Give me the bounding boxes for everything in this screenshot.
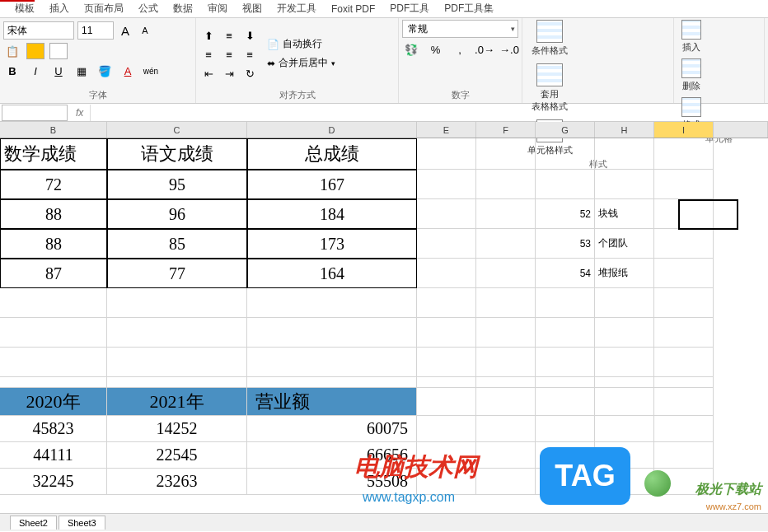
font-name-combo[interactable]: 宋体: [3, 21, 74, 40]
cell[interactable]: 66656: [247, 442, 417, 469]
name-box[interactable]: [2, 105, 68, 121]
number-format-combo[interactable]: 常规: [402, 20, 518, 38]
cell[interactable]: [247, 377, 417, 388]
cell[interactable]: 77: [107, 259, 247, 288]
cell[interactable]: 95: [107, 170, 247, 199]
italic-button[interactable]: I: [26, 63, 44, 79]
cell[interactable]: [247, 318, 417, 348]
col-header[interactable]: C: [107, 122, 247, 138]
cell[interactable]: [476, 199, 536, 229]
cell[interactable]: [536, 348, 595, 377]
cell[interactable]: 数学成绩: [0, 138, 107, 170]
cell[interactable]: 堆报纸: [595, 259, 654, 288]
align-center-icon[interactable]: ≡: [220, 46, 238, 63]
menu-pdf-toolkit[interactable]: PDF工具集: [444, 2, 494, 16]
cell[interactable]: [595, 388, 654, 416]
cell[interactable]: [417, 469, 476, 495]
cell[interactable]: 45823: [0, 416, 107, 442]
cell[interactable]: [417, 416, 476, 442]
cell[interactable]: [476, 469, 536, 495]
currency-icon[interactable]: 💱: [402, 41, 420, 58]
cell[interactable]: 23263: [107, 469, 247, 495]
cell[interactable]: 96: [107, 199, 247, 229]
align-right-icon[interactable]: ≡: [241, 46, 259, 63]
sheet-tab[interactable]: Sheet3: [59, 516, 105, 530]
cell[interactable]: 88: [0, 199, 107, 229]
orientation-icon[interactable]: ↻: [241, 65, 259, 82]
paste-icon[interactable]: 📋: [3, 43, 21, 59]
cell[interactable]: [654, 377, 714, 388]
menu-developer[interactable]: 开发工具: [277, 2, 316, 16]
cell[interactable]: [654, 259, 714, 288]
cell[interactable]: [417, 388, 476, 416]
cell[interactable]: 块钱: [595, 199, 654, 229]
align-middle-icon[interactable]: ≡: [220, 27, 238, 44]
cell[interactable]: [417, 229, 476, 259]
cell[interactable]: 164: [247, 259, 417, 288]
fx-icon[interactable]: fx: [69, 107, 90, 119]
cell[interactable]: [595, 318, 654, 348]
cell[interactable]: [107, 348, 247, 377]
percent-icon[interactable]: %: [427, 41, 445, 58]
cell[interactable]: [417, 377, 476, 388]
cell[interactable]: 60075: [247, 416, 417, 442]
phonetic-icon[interactable]: wén: [142, 63, 160, 79]
bold-button[interactable]: B: [3, 63, 21, 79]
cell[interactable]: [417, 138, 476, 170]
cell[interactable]: [476, 416, 536, 442]
cell[interactable]: [536, 288, 595, 318]
sheet-tab[interactable]: Sheet2: [10, 516, 57, 530]
cell[interactable]: [417, 288, 476, 318]
align-top-icon[interactable]: ⬆: [199, 27, 218, 44]
menu-foxit-pdf[interactable]: Foxit PDF: [331, 3, 375, 15]
fill-color-preview-icon[interactable]: [26, 43, 44, 59]
merge-center-button[interactable]: ⬌ 合并后居中 ▾: [267, 56, 335, 70]
cell[interactable]: 167: [247, 170, 417, 199]
underline-button[interactable]: U: [49, 63, 68, 79]
cell[interactable]: [654, 199, 714, 229]
cell[interactable]: [476, 348, 536, 377]
cell[interactable]: [536, 377, 595, 388]
menu-formulas[interactable]: 公式: [138, 2, 158, 16]
cell[interactable]: [536, 318, 595, 348]
cell[interactable]: [476, 442, 536, 469]
delete-cells-button[interactable]: 删除: [677, 58, 705, 92]
comma-icon[interactable]: ,: [451, 41, 469, 58]
cell[interactable]: [654, 348, 714, 377]
cell[interactable]: 44111: [0, 442, 107, 469]
cell[interactable]: [595, 469, 654, 495]
col-header[interactable]: F: [476, 122, 536, 138]
cell[interactable]: 173: [247, 229, 417, 259]
font-size-combo[interactable]: 11: [77, 21, 114, 40]
cell[interactable]: [654, 388, 714, 416]
fill-color-icon[interactable]: 🪣: [96, 63, 114, 79]
cell[interactable]: [476, 170, 536, 199]
menu-insert[interactable]: 插入: [49, 2, 69, 16]
decrease-indent-icon[interactable]: ⇤: [199, 65, 218, 82]
cell[interactable]: [417, 442, 476, 469]
cell[interactable]: [654, 469, 714, 495]
formula-input[interactable]: [90, 105, 768, 121]
cell[interactable]: [654, 318, 714, 348]
cell[interactable]: 54: [536, 259, 595, 288]
conditional-formatting-button[interactable]: 条件格式: [526, 20, 574, 57]
cell[interactable]: 2021年: [107, 388, 247, 416]
cell[interactable]: [417, 348, 476, 377]
cell[interactable]: 72: [0, 170, 107, 199]
cell[interactable]: [536, 469, 595, 495]
menu-pdf-tools[interactable]: PDF工具: [390, 2, 429, 16]
cell[interactable]: [247, 288, 417, 318]
col-header[interactable]: B: [0, 122, 107, 138]
cell[interactable]: [654, 416, 714, 442]
col-header[interactable]: E: [417, 122, 476, 138]
cell[interactable]: 总成绩: [247, 138, 417, 170]
cell[interactable]: [536, 170, 595, 199]
cell[interactable]: [654, 138, 714, 170]
cell[interactable]: [536, 138, 595, 170]
cell[interactable]: [536, 416, 595, 442]
cell[interactable]: 85: [107, 229, 247, 259]
cell[interactable]: 14252: [107, 416, 247, 442]
align-bottom-icon[interactable]: ⬇: [241, 27, 259, 44]
cell[interactable]: [0, 348, 107, 377]
cell[interactable]: [107, 318, 247, 348]
